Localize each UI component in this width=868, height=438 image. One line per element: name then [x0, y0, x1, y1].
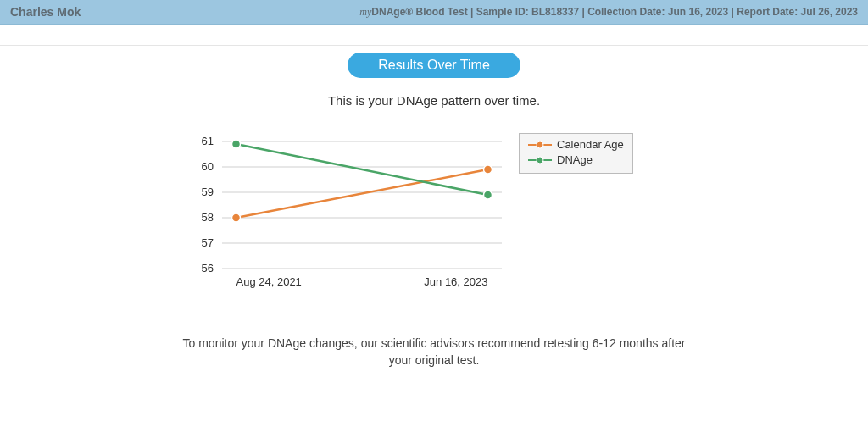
legend-item-dnage: DNAge [528, 152, 624, 168]
svg-line-14 [236, 169, 488, 218]
legend-item-calendar-age: Calendar Age [528, 137, 624, 152]
svg-text:58: 58 [202, 211, 214, 224]
svg-text:60: 60 [202, 160, 214, 173]
svg-point-21 [537, 141, 543, 148]
legend-swatch-dnage [528, 156, 552, 164]
svg-text:56: 56 [202, 262, 214, 274]
section-subtitle: This is your DNAge pattern over time. [0, 93, 868, 108]
brand-prefix: my [359, 6, 371, 18]
results-chart: 565758596061Aug 24, 2021Jun 16, 2023 Cal… [163, 133, 705, 311]
svg-point-18 [232, 140, 241, 148]
svg-text:61: 61 [202, 135, 214, 147]
patient-name: Charles Mok [10, 5, 81, 19]
svg-point-23 [537, 157, 543, 164]
chart-legend: Calendar Age DNAge [519, 133, 633, 174]
svg-point-16 [484, 165, 492, 174]
report-header: Charles Mok myDNAge® Blood Test | Sample… [0, 0, 868, 25]
legend-label-dnage: DNAge [557, 152, 593, 168]
sample-id-label: Sample ID [476, 6, 526, 18]
svg-text:Aug 24, 2021: Aug 24, 2021 [236, 275, 302, 288]
svg-point-15 [232, 213, 241, 222]
retest-recommendation: To monitor your DNAge changes, our scien… [171, 335, 697, 369]
collection-date-label: Collection Date [587, 6, 661, 18]
svg-text:Jun 16, 2023: Jun 16, 2023 [424, 275, 487, 288]
legend-swatch-calendar-age [528, 141, 552, 149]
legend-label-calendar-age: Calendar Age [557, 137, 624, 152]
section-title-pill: Results Over Time [348, 53, 520, 78]
svg-point-19 [484, 191, 492, 199]
report-meta: myDNAge® Blood Test | Sample ID: BL81833… [359, 6, 858, 19]
svg-text:57: 57 [202, 236, 214, 249]
sample-id-value: BL818337 [531, 6, 579, 18]
svg-line-17 [236, 144, 488, 195]
report-date-value: Jul 26, 2023 [801, 6, 858, 18]
svg-text:59: 59 [202, 186, 214, 198]
collection-date-value: Jun 16, 2023 [668, 6, 728, 18]
brand-rest: DNAge® Blood Test [371, 6, 467, 18]
report-date-label: Report Date [737, 6, 794, 18]
